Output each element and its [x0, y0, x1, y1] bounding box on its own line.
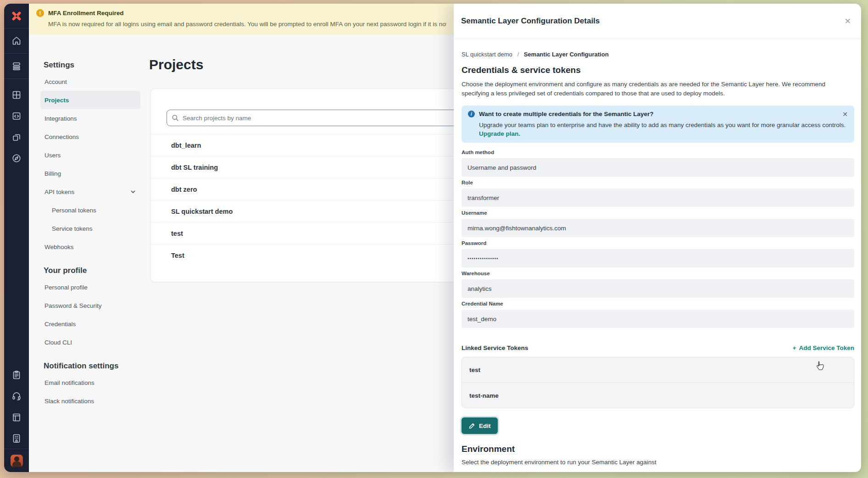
headset-icon: [11, 391, 22, 401]
copy-icon: [11, 132, 22, 142]
breadcrumb-separator: /: [517, 51, 519, 58]
breadcrumb-current: Semantic Layer Configuration: [524, 51, 609, 58]
dbt-cloud-window: ! MFA Enrollment Required MFA is now req…: [4, 4, 861, 472]
rail-support-button[interactable]: [4, 385, 29, 406]
sidebar-item-billing[interactable]: Billing: [40, 164, 140, 183]
breadcrumb-parent[interactable]: SL quickstart demo: [462, 51, 512, 58]
sidebar-item-service-tokens[interactable]: Service tokens: [40, 219, 140, 238]
mfa-banner: ! MFA Enrollment Required MFA is now req…: [29, 4, 454, 35]
rail-ide-button[interactable]: [4, 106, 29, 127]
page-title: Projects: [149, 57, 203, 72]
sidebar-item-cloud-cli[interactable]: Cloud CLI: [40, 333, 140, 351]
password-input[interactable]: •••••••••••••••: [462, 249, 854, 267]
rail-company-button[interactable]: [4, 428, 29, 449]
user-avatar[interactable]: [11, 455, 23, 467]
search-icon: [172, 114, 179, 122]
service-token-row[interactable]: test-name: [462, 383, 854, 408]
field-credential-name: Credential Name test_demo: [462, 301, 854, 328]
credentials-description: Choose the deployment environment and co…: [462, 80, 854, 98]
chevron-down-icon: [130, 189, 136, 195]
home-icon: [11, 36, 22, 46]
role-input[interactable]: transformer: [462, 189, 854, 207]
info-close-icon[interactable]: ✕: [842, 111, 848, 118]
rail-docs-button[interactable]: [4, 406, 29, 428]
sidebar-item-webhooks[interactable]: Webhooks: [40, 238, 140, 256]
grid-icon: [11, 90, 22, 100]
sidebar-item-api-tokens[interactable]: API tokens: [40, 183, 140, 201]
plus-icon: +: [793, 345, 796, 351]
project-row[interactable]: Test: [151, 244, 467, 266]
info-box-body: Upgrade your teams plan to enterprise an…: [479, 121, 848, 129]
credentials-heading: Credentials & service tokens: [462, 65, 854, 75]
auth-method-input[interactable]: Username and password: [462, 158, 854, 177]
code-window-icon: [11, 111, 22, 121]
info-icon: i: [468, 111, 475, 117]
compass-icon: [11, 153, 22, 163]
stack-icon: [11, 61, 22, 71]
docs-icon: [11, 412, 22, 422]
sidebar-item-integrations[interactable]: Integrations: [40, 109, 140, 128]
rail-dashboard-button[interactable]: [4, 84, 29, 106]
pencil-icon: [468, 422, 475, 429]
rail-tasks-button[interactable]: [4, 364, 29, 385]
credential-name-input[interactable]: test_demo: [462, 310, 854, 328]
projects-card: dbt_learn dbt SL training dbt zero SL qu…: [150, 89, 467, 282]
environment-heading: Environment: [462, 444, 854, 454]
project-row[interactable]: dbt_learn: [151, 134, 467, 156]
project-row[interactable]: dbt SL training: [151, 156, 467, 178]
linked-service-tokens-heading: Linked Service Tokens: [462, 345, 528, 351]
rail-copy-button[interactable]: [4, 127, 29, 148]
close-icon[interactable]: ✕: [842, 15, 854, 28]
settings-nav: Settings Account Projects Integrations C…: [40, 61, 140, 410]
building-icon: [11, 433, 22, 443]
linked-service-tokens-header: Linked Service Tokens + Add Service Toke…: [462, 345, 854, 351]
service-token-row[interactable]: test: [462, 357, 854, 383]
username-input[interactable]: mirna.wong@fishtownanalytics.com: [462, 219, 854, 237]
notification-settings-heading: Notification settings: [40, 361, 140, 373]
edit-button[interactable]: Edit: [462, 417, 498, 434]
project-row[interactable]: SL quickstart demo: [151, 200, 467, 222]
field-role: Role transformer: [462, 180, 854, 207]
sidebar-item-account[interactable]: Account: [40, 72, 140, 91]
info-box-title: Want to create multiple credentials for …: [479, 111, 654, 117]
rail-deploy-button[interactable]: [4, 54, 29, 79]
warning-icon: !: [36, 9, 44, 17]
upgrade-plan-link[interactable]: Upgrade plan.: [479, 130, 848, 137]
dbt-logo[interactable]: [4, 4, 29, 28]
search-input[interactable]: [183, 115, 465, 122]
field-warehouse: Warehouse analytics: [462, 271, 854, 298]
sidebar-item-personal-tokens[interactable]: Personal tokens: [40, 201, 140, 219]
rail-explore-button[interactable]: [4, 148, 29, 169]
sidebar-item-projects[interactable]: Projects: [40, 91, 140, 109]
panel-title: Semantic Layer Configuration Details: [461, 17, 600, 26]
project-search[interactable]: [167, 110, 470, 126]
upgrade-info-box: i Want to create multiple credentials fo…: [462, 106, 854, 143]
environment-description: Select the deployment environment to run…: [462, 459, 854, 466]
sidebar-item-connections[interactable]: Connections: [40, 128, 140, 146]
rail-home-button[interactable]: [4, 28, 29, 54]
field-username: Username mirna.wong@fishtownanalytics.co…: [462, 210, 854, 237]
sidebar-item-email-notifications[interactable]: Email notifications: [40, 373, 140, 392]
rail-spacer: [4, 169, 29, 364]
panel-body: SL quickstart demo / Semantic Layer Conf…: [454, 51, 861, 466]
sidebar-item-users[interactable]: Users: [40, 146, 140, 164]
sidebar-item-credentials[interactable]: Credentials: [40, 315, 140, 333]
field-auth-method: Auth method Username and password: [462, 150, 854, 177]
warehouse-input[interactable]: analytics: [462, 279, 854, 298]
your-profile-heading: Your profile: [40, 266, 140, 278]
sidebar-item-personal-profile[interactable]: Personal profile: [40, 278, 140, 296]
settings-heading: Settings: [40, 61, 140, 72]
app-rail: [4, 4, 29, 472]
semantic-layer-panel: Semantic Layer Configuration Details ✕ S…: [454, 4, 861, 472]
sidebar-item-password-security[interactable]: Password & Security: [40, 296, 140, 315]
project-row[interactable]: dbt zero: [151, 178, 467, 200]
sidebar-item-slack-notifications[interactable]: Slack notifications: [40, 392, 140, 410]
dbt-logo-icon: [11, 10, 22, 22]
rail-profile[interactable]: [4, 449, 29, 472]
add-service-token-button[interactable]: + Add Service Token: [793, 345, 854, 351]
clipboard-icon: [11, 370, 22, 380]
project-row[interactable]: test: [151, 222, 467, 244]
desktop-background: ! MFA Enrollment Required MFA is now req…: [0, 0, 868, 478]
project-list: dbt_learn dbt SL training dbt zero SL qu…: [151, 134, 467, 266]
banner-body: MFA is now required for all logins using…: [48, 21, 446, 28]
